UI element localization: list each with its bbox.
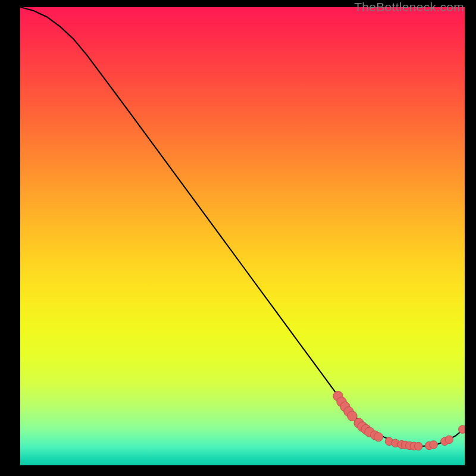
- watermark-text: TheBottleneck.com: [354, 0, 464, 14]
- chart-stage: TheBottleneck.com: [0, 0, 476, 476]
- data-marker: [374, 433, 383, 441]
- bottleneck-curve: [20, 7, 465, 446]
- data-marker: [445, 436, 453, 443]
- plot-area: [20, 7, 465, 465]
- data-marker: [459, 425, 465, 433]
- chart-svg: [20, 7, 465, 452]
- data-marker: [430, 441, 437, 449]
- data-marker: [415, 442, 422, 450]
- marker-group: [333, 391, 465, 450]
